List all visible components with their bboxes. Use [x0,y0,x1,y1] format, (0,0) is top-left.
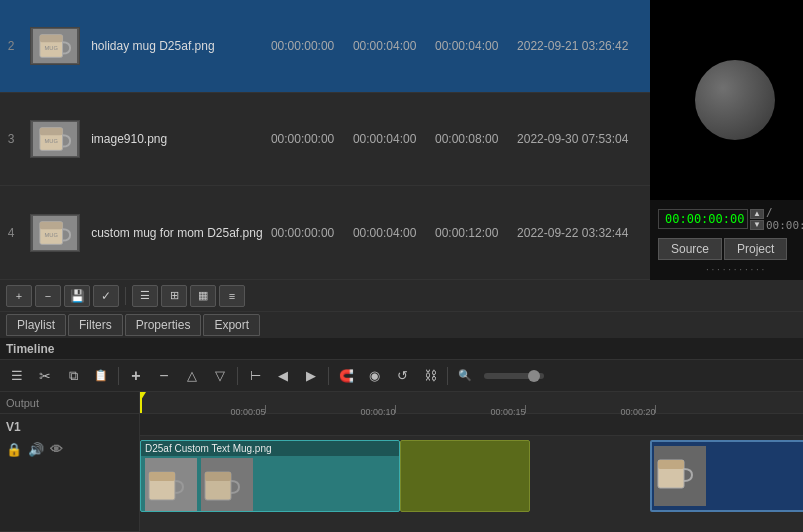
row-end: 00:00:04:00 [431,0,513,93]
filters-tab[interactable]: Filters [68,314,123,336]
tl-zoom-out[interactable]: 🔍 [452,364,478,388]
row-duration: 00:00:04:00 [349,93,431,186]
row-start: 00:00:00:00 [267,186,349,280]
tl-link[interactable]: ⛓ [417,364,443,388]
tl-cut[interactable]: ✂ [32,364,58,388]
grid-icon: ⊞ [170,289,179,302]
playhead-ruler [140,392,142,413]
visible-icon[interactable]: 👁 [50,442,63,457]
tl-rotate[interactable]: ↺ [389,364,415,388]
detail-view-button[interactable]: ▦ [190,285,216,307]
svg-rect-12 [205,472,231,481]
properties-tab[interactable]: Properties [125,314,202,336]
tl-next[interactable]: ▶ [298,364,324,388]
timecode-down[interactable]: ▼ [750,220,764,230]
ruler-label: 00:00:10 [360,407,395,417]
timeline-left-panel: Output V1 🔒 🔊 👁 [0,392,140,532]
project-button[interactable]: Project [724,238,787,260]
row-duration: 00:00:04:00 [349,186,431,280]
row-name: holiday mug D25af.png [87,0,267,93]
svg-rect-10 [149,472,175,481]
tl-lower[interactable]: ▽ [207,364,233,388]
source-button[interactable]: Source [658,238,722,260]
tl-next-icon: ▶ [306,368,316,383]
clip-1[interactable]: D25af Custom Text Mug.png [140,440,400,512]
svg-rect-1 [40,35,63,43]
add-button[interactable]: + [6,285,32,307]
tl-ripple-icon: ◉ [369,368,380,383]
tl-prev-icon: ◀ [278,368,288,383]
remove-button[interactable]: − [35,285,61,307]
lock-icon[interactable]: 🔒 [6,442,22,457]
copy-icon: ⧉ [69,368,78,384]
tl-prev[interactable]: ◀ [270,364,296,388]
tl-lift[interactable]: △ [179,364,205,388]
row-thumb: MUG [22,93,87,186]
table-row[interactable]: 4 MUG custom mug for mom D25af.png 00:00… [0,186,650,280]
timecode-display[interactable]: 00:00:00:00 [658,209,748,229]
ruler-mark: 00:00:20 [655,405,656,413]
tl-split[interactable]: ⊢ [242,364,268,388]
grid-view-button[interactable]: ⊞ [161,285,187,307]
v1-track-row[interactable]: D25af Custom Text Mug.png [140,436,803,532]
list-icon: ☰ [140,289,150,302]
output-track-row [140,414,803,436]
source-project-row: Source Project [654,236,803,262]
tl-link-icon: ⛓ [424,368,437,383]
row-thumb: MUG [22,0,87,93]
row-end: 00:00:12:00 [431,186,513,280]
svg-text:MUG: MUG [44,138,57,144]
clip-3-selected[interactable] [650,440,803,512]
tl-add[interactable]: + [123,364,149,388]
table-row[interactable]: 3 MUG image910.png 00:00:00:00 00:00:04:… [0,93,650,186]
tl-lower-icon: ▽ [215,368,225,383]
paste-icon: 📋 [94,369,108,382]
svg-text:MUG: MUG [44,45,57,51]
timecode-up[interactable]: ▲ [750,209,764,219]
ruler-mark: 00:00:05 [265,405,266,413]
tl-hamburger[interactable]: ☰ [4,364,30,388]
row-duration: 00:00:04:00 [349,0,431,93]
timeline-title: Timeline [6,342,54,356]
hamburger-icon: ☰ [11,368,23,383]
timeline-right-panel: 00:00:0000:00:0500:00:1000:00:1500:00:20… [140,392,803,532]
track-icons: 🔒 🔊 👁 [6,442,63,457]
tl-remove[interactable]: − [151,364,177,388]
tl-paste[interactable]: 📋 [88,364,114,388]
tl-sep1 [118,367,119,385]
tl-sep4 [447,367,448,385]
tl-snap[interactable]: 🧲 [333,364,359,388]
row-id: 4 [0,186,22,280]
cut-icon: ✂ [39,368,51,384]
export-tab[interactable]: Export [203,314,260,336]
separator1 [125,287,126,305]
tl-rotate-icon: ↺ [397,368,408,383]
row-name: image910.png [87,93,267,186]
preview-area: 00:00:00:00 ▲ ▼ / 00:00:2 Source Project… [650,0,803,280]
check-button[interactable]: ✓ [93,285,119,307]
zoom-thumb [528,370,540,382]
timeline-toolbar: ☰ ✂ ⧉ 📋 + − △ ▽ ⊢ ◀ ▶ 🧲 ◉ ↺ ⛓ 🔍 [0,360,803,392]
output-track-label: Output [0,392,139,414]
timeline-content: Output V1 🔒 🔊 👁 00:00:0000:00:0500:00:10… [0,392,803,532]
toolbar-row1: + − 💾 ✓ ☰ ⊞ ▦ ≡ [0,280,803,312]
clip-2[interactable] [400,440,530,512]
mute-icon[interactable]: 🔊 [28,442,44,457]
menu-button[interactable]: ≡ [219,285,245,307]
zoom-slider[interactable] [484,373,544,379]
svg-rect-14 [658,460,684,469]
table-row[interactable]: 2 MUG holiday mug D25af.png 00:00:00:00 … [0,0,650,93]
tl-lift-icon: △ [187,368,197,383]
tl-ripple[interactable]: ◉ [361,364,387,388]
ruler-marks: 00:00:0000:00:0500:00:1000:00:1500:00:20 [140,392,803,413]
tl-copy[interactable]: ⧉ [60,364,86,388]
row-date-time: 2022-09-22 03:32:44 [513,186,650,280]
clip-label: D25af Custom Text Mug.png [141,441,399,456]
row-date-time: 2022-09-21 03:26:42 [513,0,650,93]
save-button[interactable]: 💾 [64,285,90,307]
tl-add-icon: + [131,367,140,385]
row-name: custom mug for mom D25af.png [87,186,267,280]
list-view-button[interactable]: ☰ [132,285,158,307]
playlist-tab[interactable]: Playlist [6,314,66,336]
v1-track-label: V1 🔒 🔊 👁 [0,414,139,532]
